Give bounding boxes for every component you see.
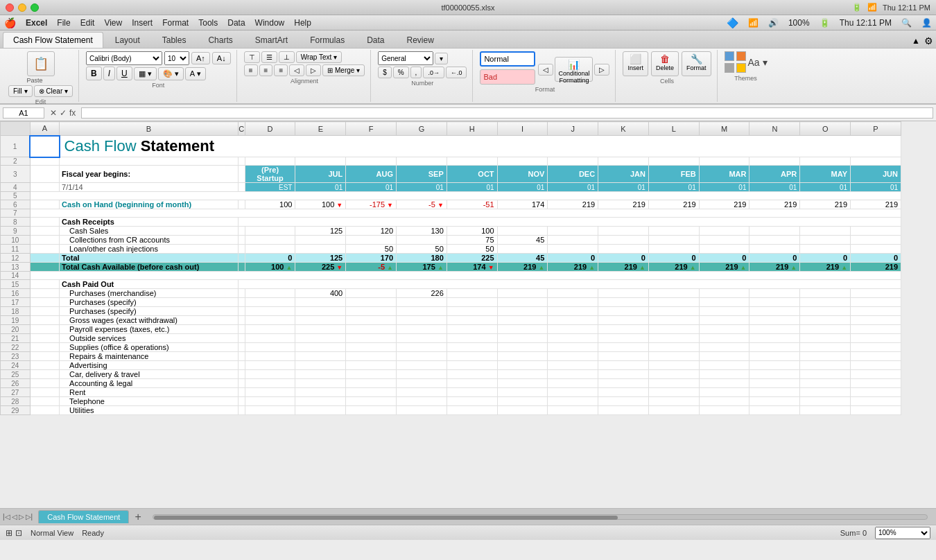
- merge-button[interactable]: ⊞ Merge ▾: [322, 64, 365, 76]
- format-bad-box[interactable]: Bad: [480, 69, 535, 85]
- menu-tools[interactable]: Tools: [198, 18, 218, 28]
- conditional-format-left[interactable]: ◁: [538, 64, 553, 76]
- apple-menu[interactable]: 🍎: [4, 17, 16, 28]
- conditional-format-right[interactable]: ▷: [594, 64, 609, 76]
- tab-review[interactable]: Review: [397, 32, 444, 48]
- paste-button[interactable]: 📋: [27, 51, 55, 76]
- col-header-o[interactable]: O: [800, 122, 851, 136]
- system-icons: 🔋📶Thu 12:11 PM: [852, 3, 930, 12]
- page-layout-button[interactable]: ⊡: [15, 528, 22, 538]
- sheet-tab-cashflow[interactable]: Cash Flow Statement: [38, 510, 129, 523]
- col-header-m[interactable]: M: [699, 122, 749, 136]
- tab-tables[interactable]: Tables: [152, 32, 197, 48]
- formula-cancel-icon[interactable]: ✕: [50, 108, 57, 118]
- font-size-select[interactable]: 10: [164, 51, 189, 65]
- tab-home[interactable]: Cash Flow Statement: [3, 32, 103, 48]
- ribbon-settings-icon[interactable]: ⚙: [924, 35, 933, 46]
- fill-button[interactable]: Fill ▾: [8, 85, 33, 97]
- grid-scroll-area[interactable]: A B C D E F G H I J K L M N O: [0, 121, 936, 508]
- ribbon-collapse-icon[interactable]: ▲: [912, 36, 920, 46]
- col-header-g[interactable]: G: [397, 122, 447, 136]
- font-increase-button[interactable]: A↑: [191, 52, 210, 64]
- number-format-expand[interactable]: ▾: [435, 53, 448, 64]
- formula-input[interactable]: [81, 107, 933, 119]
- currency-button[interactable]: $: [378, 67, 392, 78]
- decimal-decrease-button[interactable]: ←.0: [446, 67, 467, 78]
- tab-layout[interactable]: Layout: [105, 32, 150, 48]
- borders-button[interactable]: ▦ ▾: [134, 67, 157, 80]
- align-center-button[interactable]: ≡: [259, 64, 273, 76]
- col-header-b[interactable]: B: [60, 122, 239, 136]
- align-middle-button[interactable]: ☰: [261, 51, 277, 63]
- minimize-button[interactable]: [18, 3, 26, 12]
- col-header-k[interactable]: K: [598, 122, 649, 136]
- close-button[interactable]: [6, 3, 14, 12]
- col-header-p[interactable]: P: [851, 122, 901, 136]
- align-bottom-button[interactable]: ⊥: [279, 51, 295, 63]
- wrap-text-button[interactable]: Wrap Text ▾: [296, 51, 342, 63]
- decimal-increase-button[interactable]: .0→: [423, 67, 444, 78]
- menu-window[interactable]: Window: [255, 18, 285, 28]
- ribbon-group-format: Normal Bad ◁ 📊 Conditional Formatting ▷ …: [474, 50, 616, 102]
- insert-cells-button[interactable]: ⬜ Insert: [623, 51, 648, 76]
- format-normal-box[interactable]: Normal: [480, 51, 535, 67]
- menu-format[interactable]: Format: [162, 18, 189, 28]
- align-left-button[interactable]: ≡: [244, 64, 258, 76]
- col-header-e[interactable]: E: [295, 122, 346, 136]
- clear-button[interactable]: ⊗ Clear ▾: [34, 85, 73, 97]
- cell-reference-box[interactable]: [3, 107, 44, 119]
- col-header-h[interactable]: H: [447, 122, 497, 136]
- formula-accept-icon[interactable]: ✓: [60, 108, 67, 118]
- indent-increase-button[interactable]: ▷: [306, 64, 321, 76]
- add-sheet-button[interactable]: +: [130, 511, 145, 523]
- delete-cells-button[interactable]: 🗑 Delete: [651, 51, 679, 76]
- col-header-j[interactable]: J: [548, 122, 598, 136]
- menu-file[interactable]: File: [57, 18, 70, 28]
- menu-data[interactable]: Data: [227, 18, 245, 28]
- table-row: 21Outside services: [1, 334, 901, 343]
- indent-decrease-button[interactable]: ◁: [289, 64, 304, 76]
- format-cells-button[interactable]: 🔧 Format: [682, 51, 711, 76]
- conditional-format-main[interactable]: 📊 Conditional Formatting: [555, 57, 593, 82]
- thousands-button[interactable]: ,: [410, 67, 422, 78]
- zoom-select[interactable]: 100%: [875, 527, 930, 539]
- tab-charts[interactable]: Charts: [198, 32, 243, 48]
- normal-view-button[interactable]: ⊞: [6, 528, 12, 538]
- col-header-a[interactable]: A: [30, 122, 60, 136]
- sheet-prev-button[interactable]: ◁: [12, 513, 17, 520]
- formula-function-icon[interactable]: fx: [69, 108, 76, 118]
- menu-insert[interactable]: Insert: [132, 18, 153, 28]
- underline-button[interactable]: U: [116, 67, 132, 80]
- col-header-i[interactable]: I: [497, 122, 548, 136]
- font-decrease-button[interactable]: A↓: [212, 52, 231, 64]
- tab-smartart[interactable]: SmartArt: [245, 32, 298, 48]
- tab-formulas[interactable]: Formulas: [300, 32, 355, 48]
- col-header-c[interactable]: C: [238, 122, 245, 136]
- bold-button[interactable]: B: [86, 67, 102, 80]
- align-right-button[interactable]: ≡: [274, 64, 288, 76]
- font-name-select[interactable]: Calibri (Body): [86, 51, 162, 65]
- col-header-l[interactable]: L: [648, 122, 699, 136]
- ribbon-body: 📋 Paste Fill ▾ ⊗ Clear ▾ Edit Calibri (B…: [0, 49, 936, 104]
- italic-button[interactable]: I: [103, 67, 115, 80]
- col-header-f[interactable]: F: [346, 122, 397, 136]
- tab-data[interactable]: Data: [356, 32, 395, 48]
- font-color-button[interactable]: A ▾: [185, 67, 206, 80]
- search-icon[interactable]: 🔍: [901, 18, 912, 28]
- horizontal-scrollbar[interactable]: [153, 514, 928, 520]
- col-header-n[interactable]: N: [749, 122, 800, 136]
- spreadsheet-grid: A B C D E F G H I J K L M N O: [0, 121, 901, 415]
- menu-view[interactable]: View: [104, 18, 122, 28]
- sheet-first-button[interactable]: |◁: [3, 513, 10, 520]
- align-top-button[interactable]: ⊤: [244, 51, 260, 63]
- col-header-d[interactable]: D: [245, 122, 295, 136]
- percent-button[interactable]: %: [393, 67, 409, 78]
- sheet-last-button[interactable]: ▷|: [26, 513, 33, 520]
- number-format-select[interactable]: General: [378, 51, 433, 65]
- menu-help[interactable]: Help: [294, 18, 311, 28]
- fill-color-button[interactable]: 🎨 ▾: [158, 67, 184, 80]
- menu-edit[interactable]: Edit: [80, 18, 95, 28]
- sheet-next-button[interactable]: ▷: [19, 513, 24, 520]
- menu-excel[interactable]: Excel: [26, 18, 47, 28]
- maximize-button[interactable]: [31, 3, 39, 12]
